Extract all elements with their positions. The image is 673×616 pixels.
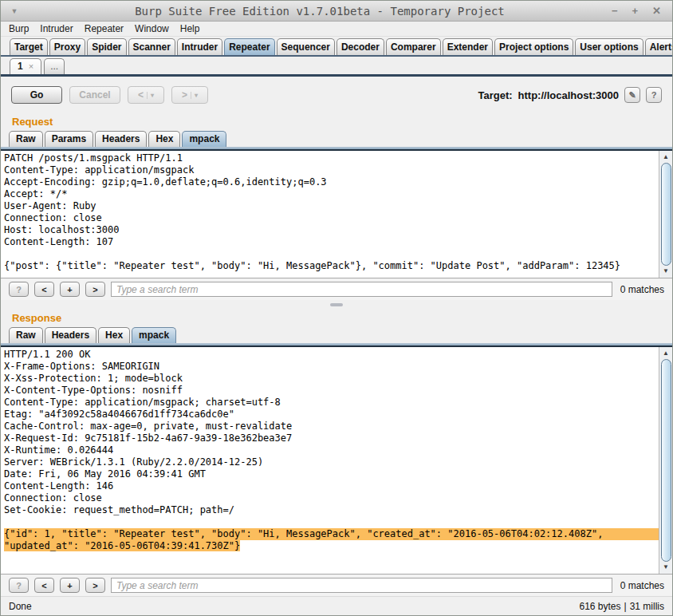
repeater-toolbar: Go Cancel < ▾ > ▾ Target: http://localho… [1,77,672,113]
editor-line: HTTP/1.1 200 OK [4,349,659,361]
tab-scanner[interactable]: Scanner [128,38,175,55]
tab-spider[interactable]: Spider [87,38,126,55]
request-text[interactable]: PATCH /posts/1.msgpack HTTP/1.1Content-T… [1,151,659,278]
menu-repeater[interactable]: Repeater [85,23,124,34]
pencil-icon: ✎ [628,90,636,101]
close-tab-icon[interactable]: × [29,59,33,74]
splitter-grip-icon[interactable] [330,303,343,306]
editor-line: Connection: close [4,492,659,504]
tab-project-options[interactable]: Project options [494,38,573,55]
response-heading: Response [1,310,672,326]
search-add-button[interactable]: + [60,282,80,297]
edit-target-button[interactable]: ✎ [624,87,640,103]
response-scrollbar[interactable]: ▲ ▼ [659,347,672,574]
request-search-input[interactable] [111,282,612,297]
editor-line: {"id": 1, "title": "Repeater test", "bod… [4,528,659,540]
target-label: Target: [478,89,512,101]
status-bar: Done 616 bytes | 31 millis [1,596,672,615]
response-tab-row: RawHeadersHexmpack [1,326,672,343]
response-search-input[interactable] [111,578,612,593]
scroll-down-icon[interactable]: ▼ [663,562,669,573]
session-tab-row: 1 × ... [1,57,672,77]
request-tab-mpack[interactable]: mpack [182,131,226,147]
editor-line: X-Runtime: 0.026444 [4,444,659,456]
menu-help[interactable]: Help [180,23,200,34]
tab-target[interactable]: Target [10,38,48,55]
request-scrollbar[interactable]: ▲ ▼ [659,151,672,278]
response-tab-raw[interactable]: Raw [9,327,43,343]
burp-window: ▼ Burp Suite Free Edition v1.7.01beta - … [0,0,673,616]
response-tab-headers[interactable]: Headers [45,327,96,343]
new-session-tab-button[interactable]: ... [44,58,65,74]
tab-extender[interactable]: Extender [443,38,493,55]
cancel-button[interactable]: Cancel [69,86,120,104]
search-next-button[interactable]: > [85,578,105,593]
editor-line: Server: WEBrick/1.3.1 (Ruby/2.2.0/2014-1… [4,456,659,468]
status-text: Done [9,601,32,612]
request-tab-params[interactable]: Params [45,131,93,147]
minimize-icon[interactable]: − [612,5,618,17]
prev-request-button[interactable]: < ▾ [128,86,164,104]
editor-line: Accept-Encoding: gzip;q=1.0,deflate;q=0.… [4,176,659,188]
maximize-icon[interactable]: + [632,5,639,17]
window-menu-icon[interactable]: ▼ [1,7,28,15]
editor-line: Accept: */* [4,188,659,200]
main-tab-row: TargetProxySpiderScannerIntruderRepeater… [1,37,672,57]
editor-line: "updated_at": "2016-05-06T04:39:41.730Z"… [4,540,659,552]
request-editor[interactable]: PATCH /posts/1.msgpack HTTP/1.1Content-T… [1,151,672,278]
editor-line: User-Agent: Ruby [4,200,659,212]
scrollbar-thumb[interactable] [661,163,671,266]
search-add-button[interactable]: + [60,578,80,593]
search-next-button[interactable]: > [85,282,105,297]
next-arrow-icon: > [182,89,187,101]
go-button[interactable]: Go [11,86,62,104]
menu-burp[interactable]: Burp [9,23,29,34]
menu-intruder[interactable]: Intruder [40,23,73,34]
scrollbar-thumb[interactable] [661,359,671,562]
session-tab-1[interactable]: 1 × [10,58,41,74]
tab-comparer[interactable]: Comparer [386,38,441,55]
tab-repeater[interactable]: Repeater [224,38,274,55]
editor-line: X-Frame-Options: SAMEORIGIN [4,361,659,373]
response-text[interactable]: HTTP/1.1 200 OKX-Frame-Options: SAMEORIG… [1,347,659,574]
tab-alerts[interactable]: Alerts [645,38,672,55]
search-help-button[interactable]: ? [9,578,29,593]
tab-decoder[interactable]: Decoder [336,38,384,55]
caret-down-icon: ▾ [147,92,154,99]
tab-intruder[interactable]: Intruder [177,38,222,55]
target-group: Target: http://localhost:3000 ✎ ? [478,87,662,103]
tab-user-options[interactable]: User options [575,38,643,55]
search-help-button[interactable]: ? [9,282,29,297]
titlebar: ▼ Burp Suite Free Edition v1.7.01beta - … [1,1,672,22]
prev-arrow-icon: < [138,89,144,101]
request-tab-row: RawParamsHeadersHexmpack [1,129,672,147]
tab-proxy[interactable]: Proxy [49,38,85,55]
request-search-bar: ? < + > 0 matches [1,278,672,300]
request-tab-headers[interactable]: Headers [95,131,147,147]
search-prev-button[interactable]: < [34,282,54,297]
editor-line: Date: Fri, 06 May 2016 04:39:41 GMT [4,468,659,480]
response-tab-mpack[interactable]: mpack [132,327,176,343]
scroll-down-icon[interactable]: ▼ [663,266,669,277]
target-help-button[interactable]: ? [646,87,662,103]
menu-window[interactable]: Window [135,23,169,34]
scroll-up-icon[interactable]: ▲ [663,348,669,359]
scroll-up-icon[interactable]: ▲ [663,152,669,163]
editor-line: X-Content-Type-Options: nosniff [4,385,659,397]
tab-sequencer[interactable]: Sequencer [277,38,335,55]
request-search-matches: 0 matches [618,284,664,295]
next-request-button[interactable]: > ▾ [171,86,208,104]
search-prev-button[interactable]: < [34,578,54,593]
response-tab-hex[interactable]: Hex [98,327,130,343]
request-tab-hex[interactable]: Hex [148,131,180,147]
response-editor[interactable]: HTTP/1.1 200 OKX-Frame-Options: SAMEORIG… [1,347,672,575]
close-icon[interactable]: ✕ [652,5,661,17]
editor-line: Content-Type: application/msgpack; chars… [4,397,659,409]
split-divider[interactable] [1,300,672,310]
editor-line: Etag: "a4f3092c58a4046676d1ff734ca6dc0e" [4,409,659,421]
menubar: BurpIntruderRepeaterWindowHelp [1,22,672,37]
caret-down-icon: ▾ [191,92,198,99]
request-tab-raw[interactable]: Raw [9,131,43,147]
editor-line: Content-Type: application/msgpack [4,164,659,176]
session-tab-label: 1 [18,59,23,74]
